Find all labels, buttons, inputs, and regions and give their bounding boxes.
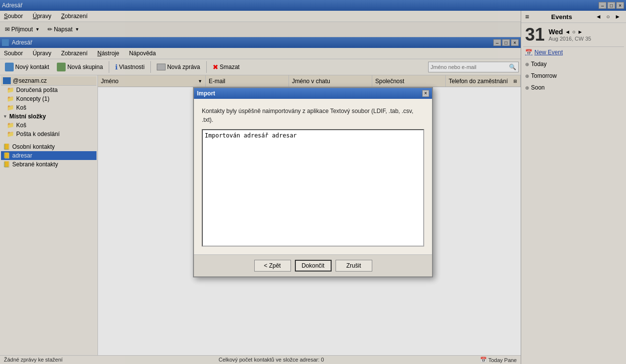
- modal-message: Kontakty byly úspěšně naimportovány z ap…: [202, 107, 424, 124]
- modal-close-button[interactable]: ×: [422, 90, 429, 97]
- modal-log-textarea[interactable]: Importován adresář adresar: [202, 129, 424, 247]
- modal-title: Import: [197, 90, 215, 97]
- modal-back-button[interactable]: < Zpět: [254, 260, 291, 272]
- modal-overlay: Import × Kontakty byly úspěšně naimporto…: [0, 0, 626, 364]
- modal-finish-button[interactable]: Dokončit: [295, 260, 332, 272]
- modal-cancel-button[interactable]: Zrušit: [336, 260, 372, 272]
- import-modal: Import × Kontakty byly úspěšně naimporto…: [193, 87, 433, 277]
- modal-title-bar: Import ×: [194, 88, 432, 99]
- modal-body: Kontakty byly úspěšně naimportovány z ap…: [194, 99, 432, 254]
- modal-footer: < Zpět Dokončit Zrušit: [194, 254, 432, 276]
